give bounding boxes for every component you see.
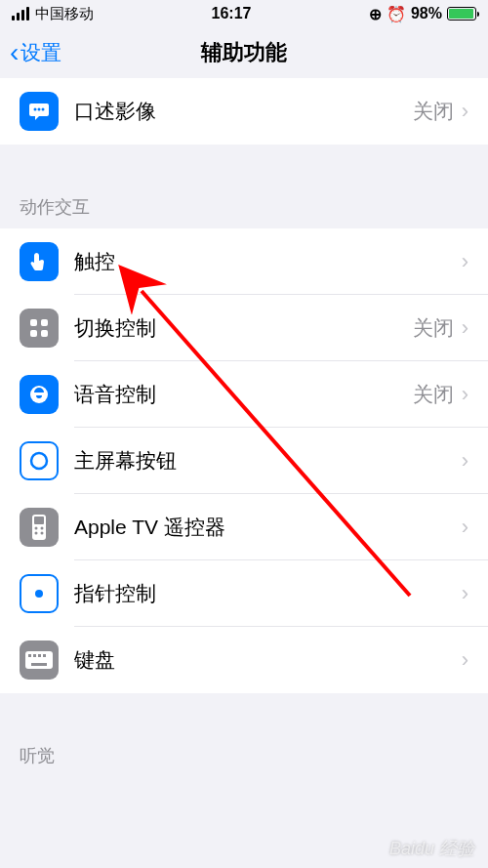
svg-point-2 — [42, 108, 45, 111]
section-header-motion: 动作交互 — [0, 145, 488, 228]
svg-point-14 — [41, 532, 44, 535]
row-keyboard[interactable]: 键盘 › — [0, 627, 488, 693]
rotation-lock-icon: ⊕ — [369, 5, 382, 23]
row-touch[interactable]: 触控 › — [0, 228, 488, 295]
svg-rect-3 — [30, 319, 37, 326]
back-label: 设置 — [20, 39, 61, 66]
signal-icon — [12, 7, 29, 21]
row-home-button[interactable]: 主屏幕按钮 › — [0, 428, 488, 494]
svg-point-13 — [35, 532, 38, 535]
svg-rect-17 — [28, 654, 31, 657]
grid-icon — [20, 309, 59, 348]
back-button[interactable]: ‹ 设置 — [0, 37, 61, 68]
svg-point-8 — [31, 453, 47, 469]
row-label: 键盘 — [74, 646, 462, 674]
alarm-icon: ⏰ — [386, 5, 406, 23]
row-label: 指针控制 — [74, 580, 462, 607]
chevron-left-icon: ‹ — [10, 37, 19, 68]
speech-bubble-icon — [20, 92, 59, 131]
row-value: 关闭 — [413, 381, 454, 408]
chevron-right-icon: › — [462, 448, 468, 474]
status-time: 16:17 — [212, 5, 252, 22]
svg-rect-21 — [31, 663, 47, 666]
section-header-hearing: 听觉 — [0, 693, 488, 777]
row-value: 关闭 — [413, 98, 454, 125]
row-voice-control[interactable]: 语音控制 关闭 › — [0, 361, 488, 428]
chevron-right-icon: › — [462, 647, 468, 673]
list-section-1: 触控 › 切换控制 关闭 › 语音控制 关闭 › 主屏幕按钮 › Apple T… — [0, 228, 488, 693]
row-label: 触控 — [74, 248, 462, 275]
svg-point-12 — [41, 527, 44, 530]
svg-rect-6 — [41, 330, 48, 337]
battery-icon — [447, 7, 476, 21]
row-label: 切换控制 — [74, 314, 413, 342]
watermark: Baidu 经验 — [389, 837, 474, 860]
svg-rect-4 — [41, 319, 48, 326]
chevron-right-icon: › — [462, 515, 468, 540]
svg-point-11 — [35, 527, 38, 530]
svg-point-15 — [35, 590, 43, 598]
battery-pct: 98% — [411, 5, 442, 22]
chevron-right-icon: › — [462, 581, 468, 606]
row-switch-control[interactable]: 切换控制 关闭 › — [0, 295, 488, 361]
page-title: 辅助功能 — [201, 38, 287, 67]
touch-icon — [20, 242, 59, 281]
row-label: 主屏幕按钮 — [74, 447, 462, 475]
svg-point-1 — [38, 108, 41, 111]
chevron-right-icon: › — [462, 315, 468, 341]
svg-rect-16 — [25, 651, 53, 669]
chevron-right-icon: › — [462, 382, 468, 407]
svg-rect-5 — [30, 330, 37, 337]
row-label: Apple TV 遥控器 — [74, 514, 462, 541]
svg-point-0 — [34, 108, 37, 111]
remote-icon — [20, 508, 59, 547]
svg-rect-18 — [33, 654, 36, 657]
row-pointer-control[interactable]: 指针控制 › — [0, 560, 488, 627]
chevron-right-icon: › — [462, 249, 468, 274]
carrier-label: 中国移动 — [35, 5, 94, 23]
svg-rect-20 — [43, 654, 46, 657]
row-value: 关闭 — [413, 314, 454, 342]
row-label: 口述影像 — [74, 98, 413, 125]
home-button-icon — [20, 441, 59, 480]
status-bar: 中国移动 16:17 ⊕ ⏰ 98% — [0, 0, 488, 27]
svg-rect-19 — [38, 654, 41, 657]
voice-icon — [20, 375, 59, 414]
chevron-right-icon: › — [462, 99, 468, 124]
keyboard-icon — [20, 641, 59, 680]
pointer-icon — [20, 574, 59, 613]
nav-bar: ‹ 设置 辅助功能 — [0, 27, 488, 78]
row-apple-tv-remote[interactable]: Apple TV 遥控器 › — [0, 494, 488, 560]
row-audio-description[interactable]: 口述影像 关闭 › — [0, 78, 488, 145]
list-section-0: 口述影像 关闭 › — [0, 78, 488, 145]
row-label: 语音控制 — [74, 381, 413, 408]
svg-rect-10 — [34, 517, 44, 524]
